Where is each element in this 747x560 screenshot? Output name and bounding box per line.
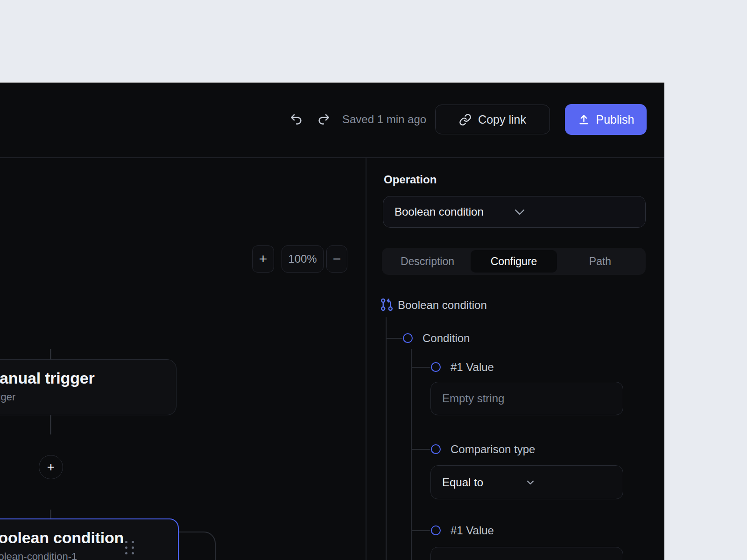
tree-node-bullet	[403, 333, 413, 343]
add-node-button[interactable]: +	[39, 455, 63, 479]
tab-description[interactable]: Description	[384, 250, 471, 273]
tree-line-level2	[411, 349, 412, 560]
node-boolean-condition[interactable]: Boolean condition boolean-condition-1	[0, 518, 179, 560]
tab-configure[interactable]: Configure	[471, 250, 557, 273]
copy-link-button[interactable]: Copy link	[435, 105, 550, 134]
zoom-in-button[interactable]: +	[252, 245, 274, 273]
node-subtitle: boolean-condition-1	[0, 551, 178, 560]
value1-input[interactable]	[430, 382, 623, 415]
operation-select[interactable]: Boolean condition	[383, 196, 646, 228]
node-subtitle: trigger	[0, 391, 176, 403]
plus-icon: +	[259, 252, 268, 266]
field-label-value1: #1 Value	[451, 361, 494, 374]
publish-button[interactable]: Publish	[565, 104, 647, 135]
comparison-type-select[interactable]: Equal to	[430, 465, 623, 499]
copy-link-label: Copy link	[478, 113, 526, 126]
tree-connector	[411, 449, 430, 450]
node-connectors	[0, 157, 366, 560]
condition-group-label: Condition	[423, 332, 470, 345]
plus-icon: +	[47, 461, 55, 474]
value2-input[interactable]	[430, 547, 623, 560]
zoom-level-indicator[interactable]: 100%	[282, 245, 324, 273]
node-manual-trigger[interactable]: Manual trigger trigger	[0, 359, 176, 415]
tree-node-bullet	[431, 525, 441, 535]
tree-node-bullet	[431, 444, 441, 454]
boolean-condition-icon	[381, 298, 393, 312]
minus-icon: −	[333, 252, 341, 266]
field-label-value2: #1 Value	[451, 524, 494, 537]
zoom-out-button[interactable]: −	[326, 245, 347, 273]
operation-label: Operation	[384, 173, 437, 186]
field-label-comparison-type: Comparison type	[451, 443, 535, 456]
save-status: Saved 1 min ago	[342, 113, 426, 126]
tree-connector	[411, 367, 430, 368]
drag-handle-icon[interactable]	[125, 541, 134, 554]
node-title: Manual trigger	[0, 369, 176, 387]
link-icon	[459, 113, 472, 126]
zoom-level-value: 100%	[288, 252, 317, 266]
workflow-canvas[interactable]: + 100% − Manual trigger trigger + Boolea…	[0, 157, 366, 560]
panel-divider	[366, 158, 366, 560]
publish-label: Publish	[596, 113, 634, 126]
app-window: Saved 1 min ago Copy link Publish	[0, 82, 664, 560]
redo-icon	[317, 112, 331, 126]
tree-connector	[411, 530, 430, 531]
undo-button[interactable]	[288, 111, 305, 128]
tree-root-label: Boolean condition	[398, 299, 487, 312]
node-title: Boolean condition	[0, 529, 178, 547]
tab-path[interactable]: Path	[557, 250, 643, 273]
undo-icon	[289, 112, 303, 126]
chevron-down-icon	[527, 480, 611, 485]
tree-line-level1	[386, 317, 387, 560]
operation-value: Boolean condition	[395, 205, 514, 218]
upload-icon	[578, 113, 590, 126]
tree-connector	[386, 338, 402, 339]
tree-node-bullet	[431, 362, 441, 372]
redo-button[interactable]	[315, 111, 332, 128]
chevron-down-icon	[514, 209, 634, 215]
comparison-type-value: Equal to	[442, 476, 527, 489]
panel-tab-bar: Description Configure Path	[382, 248, 646, 275]
